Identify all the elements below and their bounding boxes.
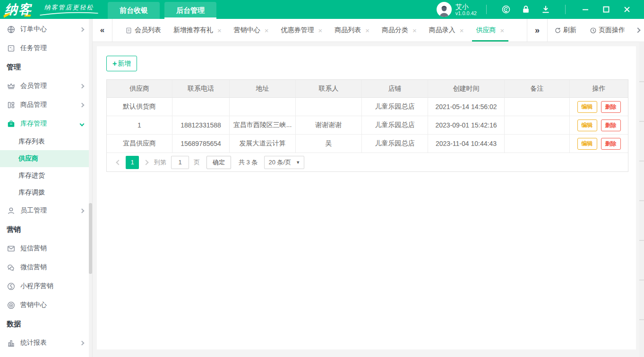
clock-icon bbox=[590, 27, 597, 34]
cell-remark bbox=[505, 135, 570, 153]
pagination-bar: 1 到第 页 确定 共 3 条 20 条/页 ▼ bbox=[107, 153, 628, 171]
sidebar-item-sms-marketing[interactable]: 短信营销 bbox=[0, 239, 92, 258]
maximize-icon[interactable] bbox=[596, 0, 617, 19]
app-window: 纳客 纳客管店更轻松 前台收银后台管理 艾小 v1.0.0.42 bbox=[0, 0, 644, 357]
sidebar-item-staff-management[interactable]: 员工管理 bbox=[0, 201, 92, 220]
delete-button[interactable]: 删除 bbox=[601, 101, 621, 113]
delete-button[interactable]: 删除 bbox=[601, 138, 621, 150]
page-tab[interactable]: 商品录入× bbox=[423, 19, 470, 42]
close-tab-icon[interactable]: × bbox=[412, 27, 417, 34]
sidebar-item-inventory-purchase[interactable]: 库存进货 bbox=[0, 167, 92, 184]
sidebar-item-statistics-report[interactable]: 统计报表 bbox=[0, 333, 92, 352]
sidebar-item-inventory-list[interactable]: 库存列表 bbox=[0, 133, 92, 150]
download-icon[interactable] bbox=[541, 4, 551, 15]
table-body: 默认供货商儿童乐园总店2021-05-14 14:56:02编辑删除118812… bbox=[107, 98, 628, 153]
close-tab-icon[interactable]: × bbox=[265, 27, 269, 34]
sidebar-item-miniprogram-marketing[interactable]: 小程序营销 bbox=[0, 277, 92, 296]
column-header: 供应商 bbox=[107, 80, 172, 98]
sidebar-item-supplier[interactable]: 供应商 bbox=[0, 150, 92, 167]
topbar: 纳客 纳客管店更轻松 前台收银后台管理 艾小 v1.0.0.42 bbox=[0, 0, 644, 19]
page-tab[interactable]: 供应商× bbox=[470, 19, 511, 42]
add-supplier-button[interactable]: + 新增 bbox=[106, 56, 137, 71]
chevron-right-icon bbox=[80, 208, 85, 213]
wechat-icon bbox=[7, 263, 16, 272]
close-icon[interactable] bbox=[617, 0, 637, 19]
table-header-row: 供应商联系电话地址联系人店铺创建时间备注操作 bbox=[107, 80, 628, 98]
sidebar-scrollbar[interactable] bbox=[89, 19, 92, 357]
page-tab[interactable]: 商品列表× bbox=[328, 19, 376, 42]
sidebar-item-product-management[interactable]: 商品管理 bbox=[0, 95, 92, 114]
edit-button[interactable]: 编辑 bbox=[577, 101, 597, 113]
page-tab-label: 营销中心 bbox=[234, 26, 260, 34]
edit-button[interactable]: 编辑 bbox=[577, 138, 597, 150]
caret-down-icon: ▼ bbox=[296, 160, 300, 165]
close-tab-icon[interactable]: × bbox=[500, 27, 505, 34]
cell-created: 2023-09-01 15:42:16 bbox=[428, 116, 505, 135]
chevron-left-icon bbox=[116, 160, 121, 165]
open-page-tabs: 会员列表新增推荐有礼×营销中心×优惠券管理×商品列表×商品分类×商品录入×供应商… bbox=[112, 19, 527, 42]
page-size-select[interactable]: 20 条/页 ▼ bbox=[264, 156, 304, 169]
more-tabs-button[interactable]: » bbox=[527, 19, 548, 42]
topbar-right: 艾小 v1.0.0.42 bbox=[437, 0, 644, 19]
sidebar-item-label: 商品管理 bbox=[20, 101, 47, 109]
collapse-sidebar-button[interactable]: « bbox=[93, 19, 112, 42]
sidebar-item-member-management[interactable]: 会员管理 bbox=[0, 76, 92, 95]
sidebar-item-task-management[interactable]: 任务管理 bbox=[0, 39, 92, 58]
table-row: 118812331588宜昌市西陵区三峡...谢谢谢谢儿童乐园总店2023-09… bbox=[107, 116, 628, 135]
plus-icon: + bbox=[112, 60, 117, 68]
sidebar-item-clipped-item[interactable] bbox=[0, 352, 92, 357]
delete-button[interactable]: 删除 bbox=[601, 119, 621, 131]
app-logo: 纳客 bbox=[5, 0, 32, 19]
sidebar-item-label: 会员管理 bbox=[20, 82, 47, 90]
cell-contact: 谢谢谢谢 bbox=[296, 116, 362, 135]
scroll-tabs-right-button[interactable] bbox=[632, 19, 644, 42]
cell-store: 儿童乐园总店 bbox=[362, 116, 428, 135]
task-icon bbox=[7, 44, 16, 53]
refresh-button[interactable]: 刷新 bbox=[548, 19, 583, 42]
page-number-button[interactable]: 1 bbox=[126, 156, 139, 169]
close-tab-icon[interactable]: × bbox=[365, 27, 369, 34]
mode-tab[interactable]: 前台收银 bbox=[108, 2, 160, 19]
sidebar-section-data: 数据 bbox=[0, 314, 92, 333]
user-info[interactable]: 艾小 v1.0.0.42 bbox=[455, 3, 477, 17]
lock-icon[interactable] bbox=[521, 4, 531, 15]
refresh-icon bbox=[554, 27, 561, 34]
page-size-value: 20 条/页 bbox=[268, 158, 291, 167]
page-tab[interactable]: 商品分类× bbox=[376, 19, 423, 42]
sidebar-scrollbar-thumb[interactable] bbox=[89, 203, 92, 274]
page-tab[interactable]: 优惠券管理× bbox=[275, 19, 329, 42]
avatar[interactable] bbox=[437, 2, 452, 17]
mode-tab[interactable]: 后台管理 bbox=[164, 2, 216, 19]
sidebar-item-inventory-management[interactable]: 库存管理 bbox=[0, 114, 92, 133]
page-tab[interactable]: 新增推荐有礼× bbox=[167, 19, 228, 42]
sidebar-item-marketing-center[interactable]: 营销中心 bbox=[0, 296, 92, 314]
sidebar-item-wechat-marketing[interactable]: 微信营销 bbox=[0, 258, 92, 277]
close-tab-icon[interactable]: × bbox=[217, 27, 222, 34]
prev-page-button[interactable] bbox=[113, 156, 124, 169]
miniprogram-icon bbox=[7, 282, 16, 291]
confirm-page-button[interactable]: 确定 bbox=[206, 156, 231, 169]
sidebar-item-label: 员工管理 bbox=[20, 206, 47, 215]
page-tab[interactable]: 会员列表 bbox=[119, 19, 167, 42]
page-tab[interactable]: 营销中心× bbox=[228, 19, 275, 42]
minimize-icon[interactable] bbox=[575, 0, 596, 19]
edit-button[interactable]: 编辑 bbox=[577, 119, 597, 131]
goto-page-input[interactable] bbox=[171, 156, 189, 169]
close-tab-icon[interactable]: × bbox=[318, 27, 323, 34]
main-scrollbar[interactable] bbox=[639, 42, 644, 357]
service-icon[interactable] bbox=[501, 4, 511, 15]
sidebar-item-inventory-transfer[interactable]: 库存调拨 bbox=[0, 184, 92, 201]
page-operations-button[interactable]: 页面操作 bbox=[583, 19, 632, 42]
divider bbox=[565, 5, 566, 14]
cell-store: 儿童乐园总店 bbox=[362, 98, 428, 116]
sidebar-item-label: 营销中心 bbox=[20, 301, 47, 309]
cell-phone: 15689785654 bbox=[172, 135, 230, 153]
mail-icon bbox=[7, 244, 16, 253]
close-tab-icon[interactable]: × bbox=[460, 27, 464, 34]
page-operations-label: 页面操作 bbox=[599, 26, 625, 34]
refresh-label: 刷新 bbox=[563, 26, 576, 34]
sidebar-item-order-center[interactable]: 订单中心 bbox=[0, 20, 92, 39]
main-content: + 新增 供应商联系电话地址联系人店铺创建时间备注操作 默认供货商儿童乐园总店2… bbox=[93, 42, 644, 357]
next-page-button[interactable] bbox=[141, 156, 151, 169]
page-tab-label: 供应商 bbox=[476, 26, 496, 34]
